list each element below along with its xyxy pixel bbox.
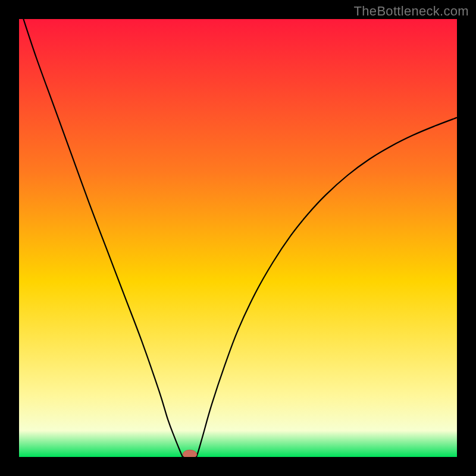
chart-svg	[19, 19, 457, 457]
watermark-text: TheBottleneck.com	[354, 4, 469, 19]
plot-area	[19, 19, 457, 457]
minimum-marker	[183, 450, 197, 457]
chart-frame: TheBottleneck.com	[0, 0, 476, 476]
gradient-background	[19, 19, 457, 457]
